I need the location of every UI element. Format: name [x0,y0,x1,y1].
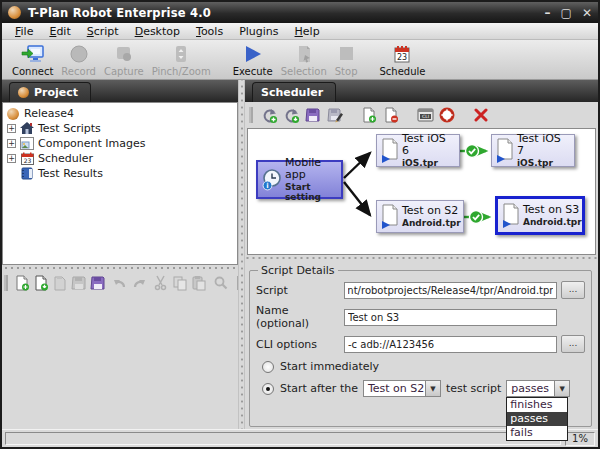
condition-value: passes [506,380,554,397]
close-button[interactable]: ✕ [582,6,592,20]
new-document-icon[interactable] [14,274,30,292]
scheduler-panel-header: Scheduler [245,80,598,102]
script-label: Script [256,284,344,297]
tree-root-release4[interactable]: Release4 [5,106,237,121]
start-immediately-label: Start immediately [280,360,379,373]
node-test-on-s2[interactable]: Test on S2 Android.tpr [376,200,464,233]
toolbar-grip[interactable] [4,275,8,291]
node-title: Test iOS 6 [402,133,455,158]
node-title: Test on S2 [402,205,461,218]
copy-icon [172,274,188,292]
start-immediately-radio[interactable] [262,361,274,373]
menu-script[interactable]: Script [80,24,126,39]
start-after-radio[interactable] [262,383,274,395]
toolbar-grip[interactable] [249,107,253,123]
menu-help[interactable]: Help [288,24,327,39]
chevron-down-icon[interactable]: ▼ [425,380,441,397]
menu-plugins[interactable]: Plugins [232,24,285,39]
calendar-icon: 23 [19,152,35,166]
tree-item-scheduler[interactable]: + 23 Scheduler [5,151,237,166]
dropdown-option-finishes[interactable]: finishes [507,398,567,412]
cli-browse-button[interactable]: ... [561,335,585,353]
paste-icon [191,274,207,292]
home-icon [19,122,35,136]
add-script-icon[interactable] [360,106,378,124]
delete-icon[interactable] [472,106,490,124]
tree-item-test-results[interactable]: Test Results [5,166,237,181]
expand-handle[interactable]: + [7,139,16,148]
svg-text:i: i [266,182,268,190]
schedule-button[interactable]: 23 Schedule [375,42,429,78]
cli-icon[interactable]: CLI [416,106,434,124]
node-test-on-s3[interactable]: Test on S3 Android.tpr [495,196,585,235]
dropdown-option-passes[interactable]: passes [507,412,567,426]
node-subtitle: Android.tpr [523,217,582,227]
condition-combobox[interactable]: passes ▼ finishes passes fails [506,380,570,397]
script-details-group: Script Details Script ... Name (optional… [249,264,592,427]
script-file-icon [380,204,400,230]
tab-scheduler[interactable]: Scheduler [252,82,336,102]
node-mobile-app-start[interactable]: i Mobile app Start setting [256,160,343,199]
open-document-icon[interactable] [33,274,49,292]
menu-edit[interactable]: Edit [42,24,77,39]
save-all-icon[interactable] [90,274,106,292]
menu-file[interactable]: File [8,24,40,39]
node-test-ios7[interactable]: Test iOS 7 iOS.tpr [491,134,575,167]
dropdown-option-fails[interactable]: fails [507,426,567,440]
execute-button[interactable]: Execute [229,42,277,78]
menu-bar: File Edit Script Desktop Tools Plugins H… [2,23,598,40]
tree-item-component-images[interactable]: + Component Images [5,136,237,151]
cli-options-input[interactable] [344,336,557,353]
script-details-area: Script Details Script ... Name (optional… [245,261,598,429]
tab-project[interactable]: Project [9,82,91,102]
maximize-button[interactable]: ▢ [561,6,572,20]
capture-button: Capture [100,42,148,78]
project-panel-header: Project [2,80,238,102]
title-bar: T-Plan Robot Enterprise 4.0 – ▢ ✕ [2,2,598,23]
find-icon [213,274,229,292]
pinch-zoom-button: Pinch/Zoom [148,42,215,78]
paste-document-icon [52,274,68,292]
chevron-down-icon[interactable]: ▼ [554,380,570,397]
remove-script-icon[interactable] [382,106,400,124]
lifesaver-icon[interactable] [438,106,456,124]
script-path-input[interactable] [344,282,557,299]
minimize-button[interactable]: – [545,6,551,20]
pinch-zoom-icon [172,43,190,65]
panel-vertical-splitter[interactable] [238,80,245,429]
node-title: Mobile app [285,157,337,182]
node-subtitle: iOS.tpr [517,158,570,168]
expand-handle[interactable]: + [7,154,16,163]
expand-handle[interactable]: + [7,124,16,133]
after-script-combobox[interactable]: Test on S2 ▼ [363,380,441,397]
project-tree: Release4 + Test Scripts + Component Imag… [2,102,238,265]
name-input[interactable] [344,309,557,326]
script-file-icon [501,203,521,229]
clock-info-icon: i [261,168,283,192]
script-file-icon [495,138,515,164]
stop-icon [337,43,355,65]
selection-icon [295,43,313,65]
node-test-ios6[interactable]: Test iOS 6 iOS.tpr [376,134,460,167]
start-after-prefix-label: Start after the [280,382,358,395]
app-logo-icon [8,6,21,19]
save-as-schedule-icon[interactable] [326,106,344,124]
schedule-diagram: i Mobile app Start setting Test iOS 6 iO… [247,128,596,255]
scheduler-panel: Scheduler [245,80,598,429]
open-schedule-icon[interactable] [282,106,300,124]
tree-item-test-scripts[interactable]: + Test Scripts [5,121,237,136]
start-immediately-row: Start immediately [262,360,585,373]
project-empty-area [2,295,238,429]
status-message-field [5,432,561,445]
cut-icon [153,274,169,292]
menu-tools[interactable]: Tools [189,24,230,39]
schedule-icon: 23 [392,43,412,65]
stop-button: Stop [331,42,362,78]
save-schedule-icon[interactable] [304,106,322,124]
script-browse-button[interactable]: ... [561,281,585,299]
svg-text:23: 23 [23,157,31,164]
cli-options-label: CLI options [256,338,344,351]
new-schedule-icon[interactable] [260,106,278,124]
connect-button[interactable]: Connect [8,42,57,78]
menu-desktop[interactable]: Desktop [128,24,187,39]
